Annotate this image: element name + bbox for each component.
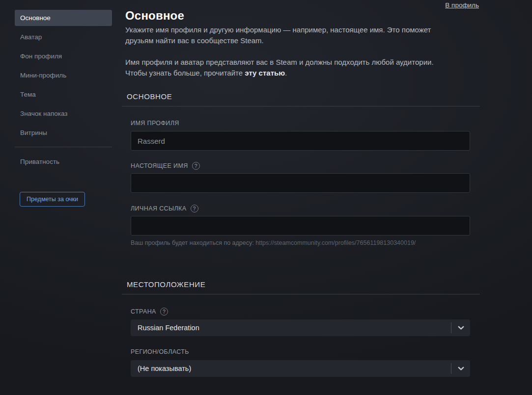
real-name-label-row: НАСТОЯЩЕЕ ИМЯ ? xyxy=(131,162,200,170)
intro-paragraph-1: Укажите имя профиля и другую информацию … xyxy=(125,25,469,46)
chevron-down-icon xyxy=(451,367,470,371)
intro-paragraph-2: Имя профиля и аватар представляют вас в … xyxy=(125,57,469,79)
main-content: Основное Укажите имя профиля и другую ин… xyxy=(125,0,480,395)
basic-section-divider xyxy=(122,106,480,106)
intro2-line2: Чтобы узнать больше, прочитайте эту стат… xyxy=(125,68,469,79)
sidebar-item-profile-background[interactable]: Фон профиля xyxy=(15,48,112,64)
custom-url-helper-url: https://steamcommunity.com/profiles/7656… xyxy=(255,239,416,246)
region-label: РЕГИОН/ОБЛАСТЬ xyxy=(131,348,189,355)
page-title: Основное xyxy=(125,9,184,23)
country-label-row: СТРАНА ? xyxy=(131,308,168,316)
sidebar-item-featured-badge[interactable]: Значок напоказ xyxy=(15,105,112,122)
region-select[interactable]: (Не показывать) xyxy=(131,360,470,377)
country-select-value: Russian Federation xyxy=(131,324,451,332)
chevron-down-icon xyxy=(451,326,470,330)
country-help-icon[interactable]: ? xyxy=(160,308,168,316)
intro2-line1: Имя профиля и аватар представляют вас в … xyxy=(125,57,469,68)
article-link[interactable]: эту статью xyxy=(245,69,285,77)
custom-url-helper: Ваш профиль будет находиться по адресу: … xyxy=(131,239,416,246)
intro2-line2-text: Чтобы узнать больше, прочитайте xyxy=(125,69,245,77)
real-name-label: НАСТОЯЩЕЕ ИМЯ xyxy=(131,162,188,169)
profile-name-label-row: ИМЯ ПРОФИЛЯ xyxy=(131,120,179,127)
sidebar-item-theme[interactable]: Тема xyxy=(15,86,112,103)
steam-profile-edit-page: { "page": { "profile_link": "В профиль" … xyxy=(0,0,532,395)
country-select[interactable]: Russian Federation xyxy=(131,319,470,336)
country-label: СТРАНА xyxy=(131,308,156,315)
sidebar-item-general[interactable]: Основное xyxy=(15,10,112,26)
sidebar: Основное Аватар Фон профиля Мини-профиль… xyxy=(15,10,112,207)
real-name-input[interactable] xyxy=(131,173,470,193)
location-section-title: МЕСТОПОЛОЖЕНИЕ xyxy=(127,280,205,289)
sidebar-item-avatar[interactable]: Аватар xyxy=(15,29,112,45)
intro1-line1: Укажите имя профиля и другую информацию … xyxy=(125,25,469,35)
custom-url-helper-prefix: Ваш профиль будет находиться по адресу: xyxy=(131,239,255,246)
intro1-line2: друзьям найти вас в сообществе Steam. xyxy=(125,35,469,46)
points-items-button[interactable]: Предметы за очки xyxy=(20,192,85,207)
location-section-divider xyxy=(122,294,480,294)
sidebar-item-showcases[interactable]: Витрины xyxy=(15,125,112,141)
profile-name-label: ИМЯ ПРОФИЛЯ xyxy=(131,120,179,127)
sidebar-item-mini-profile[interactable]: Мини-профиль xyxy=(15,67,112,83)
region-label-row: РЕГИОН/ОБЛАСТЬ xyxy=(131,348,189,355)
custom-url-help-icon[interactable]: ? xyxy=(191,205,198,212)
basic-section-title: ОСНОВНОЕ xyxy=(127,92,172,101)
custom-url-input[interactable] xyxy=(131,216,470,236)
profile-name-input[interactable] xyxy=(131,131,470,151)
custom-url-label-row: ЛИЧНАЯ ССЫЛКА ? xyxy=(131,205,198,212)
sidebar-item-privacy[interactable]: Приватность xyxy=(15,154,112,170)
real-name-help-icon[interactable]: ? xyxy=(192,162,200,170)
custom-url-label: ЛИЧНАЯ ССЫЛКА xyxy=(131,205,187,212)
sidebar-divider xyxy=(15,147,112,147)
region-select-value: (Не показывать) xyxy=(131,365,451,372)
intro2-period: . xyxy=(285,69,287,77)
